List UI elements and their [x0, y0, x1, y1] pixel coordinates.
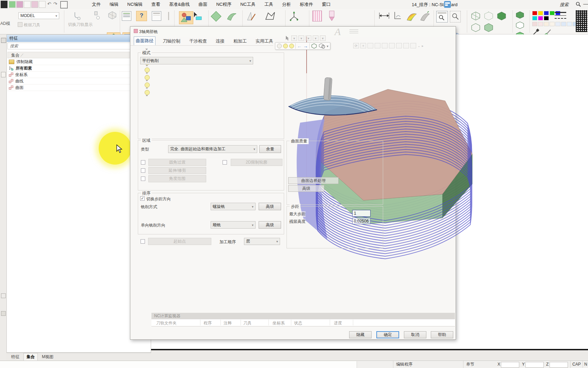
- view-cube-icon[interactable]: [368, 43, 373, 48]
- tab-gouge-check[interactable]: 干涉检查: [187, 37, 209, 45]
- hide-button[interactable]: 隐藏: [349, 331, 372, 338]
- max-step-input[interactable]: 1: [352, 210, 371, 217]
- dock-tool-icon[interactable]: [1, 293, 6, 298]
- search-label[interactable]: 搜索: [560, 2, 569, 8]
- menu-nc-program[interactable]: NC程序: [215, 0, 232, 9]
- list-panel-icon[interactable]: [122, 11, 131, 21]
- bulb-icon[interactable]: [289, 44, 294, 48]
- order-select[interactable]: 层▾: [244, 238, 280, 245]
- dock-doc-icon[interactable]: [1, 72, 6, 77]
- color-swatch[interactable]: [532, 16, 537, 20]
- view-iso-icon[interactable]: [396, 43, 402, 48]
- menu-nc-edit[interactable]: NC编辑: [127, 0, 143, 9]
- extend-button[interactable]: 延伸/修剪: [148, 167, 206, 174]
- color-swatch[interactable]: [544, 16, 549, 20]
- minimize-button[interactable]: —: [583, 1, 588, 6]
- region-type-select[interactable]: 完全. 曲面起始边和最终边加工▾: [168, 145, 257, 153]
- color-swatch[interactable]: [561, 22, 566, 26]
- start-point-checkbox[interactable]: [141, 239, 145, 244]
- margin-button[interactable]: 余量: [259, 145, 281, 153]
- limit2d-button[interactable]: 2D限制轮廓: [231, 159, 282, 166]
- offset-surface-icon[interactable]: [226, 11, 238, 21]
- screen-capture-icon[interactable]: [24, 1, 31, 8]
- attr-pencil-icon[interactable]: [327, 10, 336, 21]
- menu-tools[interactable]: 工具: [264, 0, 274, 9]
- tree-item-curves[interactable]: 曲线: [7, 78, 150, 85]
- render-icon[interactable]: [31, 1, 38, 8]
- menu-view[interactable]: 查看: [151, 0, 161, 9]
- menu-surface[interactable]: 曲面: [198, 0, 208, 9]
- dock-grid-icon[interactable]: [1, 38, 6, 43]
- analysis-surface-icon[interactable]: [406, 11, 418, 21]
- oneway-select[interactable]: 顺铣▾: [211, 221, 256, 229]
- mill-advanced-button[interactable]: 高级: [259, 203, 281, 210]
- measure-corner-icon[interactable]: [393, 11, 402, 21]
- tab-links[interactable]: 连接: [214, 37, 226, 45]
- tab-mviews[interactable]: M视图: [39, 353, 56, 361]
- col-tool[interactable]: 刀具: [243, 320, 251, 326]
- color-swatch[interactable]: [538, 16, 543, 20]
- measure-distance-icon[interactable]: [378, 11, 390, 20]
- shaded-cube-icon[interactable]: [108, 11, 117, 20]
- bulb-off-icon[interactable]: [277, 44, 282, 48]
- color-swatch[interactable]: [550, 11, 555, 15]
- color-swatch[interactable]: [567, 22, 572, 26]
- color-swatch[interactable]: [550, 22, 555, 26]
- fillet-checkbox[interactable]: [141, 160, 145, 165]
- by-tool-icon[interactable]: [18, 22, 22, 27]
- refresh-icon[interactable]: ⟳: [353, 43, 359, 48]
- vertical-toggle-icon[interactable]: [168, 12, 169, 20]
- copy-axes-icon[interactable]: [289, 11, 299, 22]
- color-swatch[interactable]: [544, 22, 549, 26]
- menu-standard-parts[interactable]: 标准件: [299, 0, 314, 9]
- crosshair-icon[interactable]: +: [360, 43, 366, 48]
- col-coord-system[interactable]: 坐标系: [273, 320, 285, 326]
- color-swatch[interactable]: [555, 22, 560, 26]
- offset-diamond-icon[interactable]: [211, 11, 221, 21]
- col-program[interactable]: 程序: [203, 320, 212, 326]
- mode-select[interactable]: 平行铣削▾: [140, 57, 253, 64]
- gray-surface-icon[interactable]: [419, 11, 431, 21]
- edit-program-cell[interactable]: 编辑程序: [393, 361, 431, 368]
- color-swatch[interactable]: [544, 11, 549, 15]
- help-button[interactable]: 帮助: [431, 331, 453, 338]
- tab-roughing[interactable]: 粗加工: [232, 37, 248, 45]
- feature-panel-header[interactable]: 特征: [7, 35, 151, 42]
- menu-nc-tools[interactable]: NC工具: [240, 0, 256, 9]
- limit2d-checkbox[interactable]: [223, 160, 227, 165]
- x-coordinate-field[interactable]: [501, 362, 519, 368]
- help-panel-icon[interactable]: ?: [136, 11, 147, 21]
- fillet-button[interactable]: 圆角过渡: [148, 159, 206, 166]
- ok-button[interactable]: 确定: [376, 331, 399, 338]
- folder-icon[interactable]: [39, 1, 46, 8]
- view-side-icon[interactable]: [382, 43, 388, 48]
- block-cell[interactable]: 单节: [463, 361, 498, 368]
- menu-window[interactable]: 窗口: [321, 0, 331, 9]
- cursor-icon[interactable]: [285, 35, 290, 41]
- tab-utilities[interactable]: 实用工具: [254, 37, 275, 45]
- tab-sets[interactable]: 集合: [23, 353, 38, 361]
- menu-file[interactable]: 文件: [91, 0, 101, 9]
- angle-button[interactable]: 角度范围: [148, 175, 206, 182]
- z-coordinate-field[interactable]: [550, 362, 568, 368]
- tab-surface-path[interactable]: 曲面路径: [134, 36, 156, 45]
- pick-filter-icon[interactable]: ▾: [291, 35, 297, 41]
- tab-tool-axis[interactable]: 刀轴控制: [161, 37, 182, 45]
- col-progress[interactable]: 进度: [334, 320, 342, 326]
- tree-item-force-hidden[interactable]: 强制隐藏: [7, 59, 150, 65]
- line-style-icons[interactable]: [555, 11, 566, 21]
- extend-checkbox[interactable]: [141, 168, 145, 173]
- start-point-button[interactable]: 起始点: [148, 238, 211, 245]
- machining-attr-icon[interactable]: [312, 11, 322, 21]
- sketch-icon[interactable]: [246, 11, 257, 21]
- zoom-window-icon[interactable]: [436, 11, 448, 22]
- zoom-select-icon[interactable]: [450, 11, 461, 22]
- chevron-down-icon[interactable]: ▾: [327, 44, 328, 48]
- set-tree-icon-active[interactable]: [179, 11, 193, 24]
- menu-datum-curve[interactable]: 基准&曲线: [168, 0, 191, 9]
- app-logo-icon[interactable]: [1, 1, 7, 8]
- cancel-button[interactable]: 取消: [404, 331, 426, 338]
- open-file-icon[interactable]: [9, 1, 16, 8]
- view-top-icon[interactable]: [389, 43, 395, 48]
- redo-icon[interactable]: ↷: [52, 1, 59, 9]
